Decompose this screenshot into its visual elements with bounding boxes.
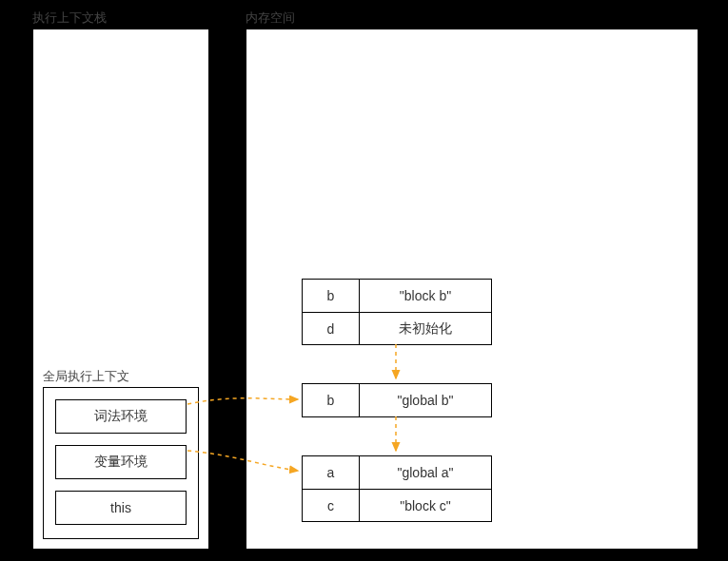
cell-value: "global b" [360,384,491,416]
cell-key: b [303,280,360,312]
cell-key: d [303,313,360,344]
variable-env-table: a"global a"c"block c" [302,455,492,522]
table-row: b"block b" [303,280,491,312]
variable-env-slot: 变量环境 [55,445,187,479]
global-context-box: 词法环境 变量环境 this [43,387,199,539]
cell-value: "block c" [360,490,491,521]
cell-value: "block b" [360,280,491,312]
cell-value: "global a" [360,456,491,489]
cell-key: a [303,456,360,489]
stack-title: 执行上下文栈 [32,10,107,27]
diagram-canvas: 执行上下文栈 全局执行上下文 词法环境 变量环境 this 内存空间 b"blo… [0,0,728,561]
cell-value: 未初始化 [360,313,491,344]
cell-key: c [303,490,360,521]
lexical-env-slot: 词法环境 [55,399,187,434]
block-scope-table: b"block b"d未初始化 [302,279,492,345]
table-row: d未初始化 [303,312,491,344]
table-row: c"block c" [303,489,491,521]
stack-panel: 全局执行上下文 词法环境 变量环境 this [32,29,209,550]
cell-key: b [303,384,360,416]
memory-title: 内存空间 [246,10,295,27]
lexical-env-table: b"global b" [302,383,492,417]
memory-panel: b"block b"d未初始化 b"global b" a"global a"c… [246,29,698,550]
global-context-label: 全局执行上下文 [43,368,129,385]
this-slot: this [55,491,187,525]
table-row: b"global b" [303,384,491,416]
table-row: a"global a" [303,456,491,489]
